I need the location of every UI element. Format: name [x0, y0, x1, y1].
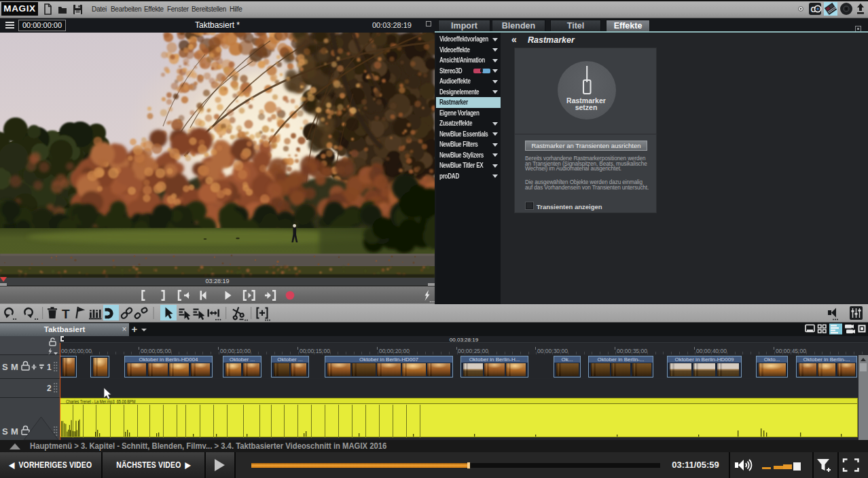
- svg-text:T: T: [62, 307, 70, 321]
- svg-text:S: S: [2, 362, 8, 372]
- svg-text:2: 2: [47, 384, 52, 393]
- svg-text:1: 1: [47, 363, 52, 372]
- svg-text:S: S: [2, 426, 8, 437]
- svg-text:M: M: [11, 426, 18, 437]
- svg-text:M: M: [11, 362, 18, 372]
